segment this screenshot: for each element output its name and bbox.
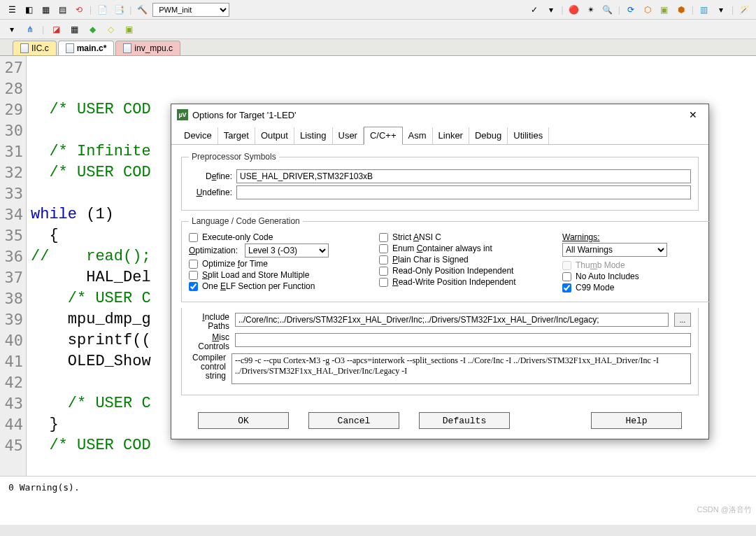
toolbar-btn[interactable]: ☰: [6, 3, 18, 16]
misc-input[interactable]: [235, 333, 691, 347]
tab-target[interactable]: Target: [218, 127, 255, 144]
optimization-label: Optimization:: [189, 246, 238, 255]
wand-icon[interactable]: 🪄: [738, 3, 750, 16]
ok-button[interactable]: OK: [198, 412, 289, 429]
secondary-toolbar: ▾ ⋔ | ◪ ▦ ◆ ◇ ▣: [0, 20, 756, 39]
close-icon[interactable]: ✕: [683, 107, 703, 122]
toolbar-btn[interactable]: 📑: [113, 3, 125, 16]
toolbar-btn[interactable]: ✴: [585, 3, 597, 16]
toolbar-btn[interactable]: ▾: [6, 23, 18, 36]
toolbar-btn[interactable]: ✓: [528, 3, 541, 16]
toolbar-btn[interactable]: ▾: [545, 3, 557, 16]
undefine-input[interactable]: [236, 185, 691, 199]
file-tab-main[interactable]: main.c*: [58, 41, 115, 55]
browse-button[interactable]: ...: [674, 313, 691, 327]
file-tab-iic[interactable]: IIC.c: [13, 41, 57, 55]
compiler-string-display: [231, 353, 691, 384]
include-paths-label: IncludePaths: [189, 313, 229, 331]
no-auto-check[interactable]: No Auto Includes: [562, 271, 702, 282]
cancel-button[interactable]: Cancel: [308, 412, 399, 429]
toolbar-btn[interactable]: ⟲: [73, 3, 85, 16]
toolbar-btn[interactable]: ▾: [715, 3, 727, 16]
file-icon: [66, 43, 74, 53]
toolbar-btn[interactable]: ⬡: [641, 3, 654, 16]
exec-only-check[interactable]: Execute-only Code: [189, 232, 371, 243]
toolbar-btn[interactable]: 🔴: [568, 3, 580, 16]
file-icon: [20, 43, 29, 53]
keil-icon: µV: [177, 109, 188, 120]
define-input[interactable]: [236, 169, 691, 183]
warnings-select[interactable]: All Warnings: [562, 243, 667, 257]
tab-user[interactable]: User: [333, 127, 364, 144]
preprocessor-group: Preprocessor Symbols Define: Undefine:: [181, 152, 699, 211]
compiler-string-label: Compilercontrolstring: [189, 353, 226, 381]
toolbar-btn[interactable]: 📄: [96, 3, 108, 16]
toolbar-btn[interactable]: ⋔: [24, 23, 36, 36]
ro-pi-check[interactable]: Read-Only Position Independent: [379, 265, 554, 276]
watermark: CSDN @洛音竹: [697, 505, 752, 515]
options-dialog: µV Options for Target '1-LED' ✕ DeviceTa…: [171, 104, 709, 439]
opt-time-check[interactable]: Optimize for Time: [189, 258, 371, 269]
tab-asm[interactable]: Asm: [403, 127, 433, 144]
language-group: Language / Code Generation Execute-only …: [181, 216, 710, 302]
toolbar-btn[interactable]: ▣: [122, 23, 135, 36]
enum-check[interactable]: Enum Container always int: [379, 243, 554, 254]
include-paths-input[interactable]: [235, 313, 669, 327]
toolbar-btn[interactable]: ▤: [56, 3, 69, 16]
tab-linker[interactable]: Linker: [433, 127, 469, 144]
help-button[interactable]: Help: [591, 412, 682, 429]
define-label: Define:: [189, 171, 232, 181]
one-elf-check[interactable]: One ELF Section per Function: [189, 281, 371, 292]
tab-output[interactable]: Output: [255, 127, 294, 144]
find-icon[interactable]: 🔍: [601, 3, 614, 16]
toolbar-btn[interactable]: ▦: [39, 3, 52, 16]
toolbar-btn[interactable]: ▥: [698, 3, 711, 16]
optimization-select[interactable]: Level 3 (-O3): [245, 244, 329, 258]
build-output: 0 Warning(s).: [0, 476, 756, 525]
defaults-button[interactable]: Defaults: [419, 412, 510, 429]
line-gutter: 27 28 29 30 31 32 33 34 35 36 37 38 39 4…: [0, 56, 27, 476]
file-tab-invmpu[interactable]: inv_mpu.c: [115, 41, 180, 55]
dialog-title: Options for Target '1-LED': [192, 110, 297, 120]
toolbar-btn[interactable]: ◇: [104, 23, 117, 36]
warnings-label: Warnings:: [562, 232, 600, 242]
toolbar-btn[interactable]: ◪: [50, 23, 62, 36]
file-icon: [123, 43, 131, 53]
main-toolbar: ☰ ◧ ▦ ▤ ⟲ | 📄 📑 | 🔨 PWM_init ✓ ▾ | 🔴 ✴ 🔍…: [0, 0, 756, 20]
tab-debug[interactable]: Debug: [469, 127, 508, 144]
tab-device[interactable]: Device: [178, 127, 218, 144]
dialog-titlebar[interactable]: µV Options for Target '1-LED' ✕: [171, 104, 708, 125]
misc-label: MiscControls: [189, 333, 229, 351]
toolbar-btn[interactable]: ▣: [658, 3, 671, 16]
c99-check[interactable]: C99 Mode: [562, 282, 702, 293]
dialog-tabs: DeviceTargetOutputListingUserC/C++AsmLin…: [171, 127, 708, 145]
split-load-check[interactable]: Split Load and Store Multiple: [189, 269, 371, 281]
toolbar-btn[interactable]: ⟳: [625, 3, 637, 16]
rw-pi-check[interactable]: Read-Write Position Independent: [379, 276, 554, 288]
thumb-check: Thumb Mode: [562, 260, 702, 271]
tab-utilities[interactable]: Utilities: [508, 127, 549, 144]
file-tabs-row: IIC.c main.c* inv_mpu.c: [0, 39, 756, 56]
tab-cc[interactable]: C/C++: [364, 127, 403, 145]
toolbar-btn[interactable]: ▦: [68, 23, 80, 36]
tab-listing[interactable]: Listing: [294, 127, 333, 144]
undefine-label: Undefine:: [189, 188, 232, 197]
toolbar-btn[interactable]: ⬢: [675, 3, 687, 16]
toolbar-btn[interactable]: ◧: [22, 3, 35, 16]
target-select[interactable]: PWM_init: [152, 3, 229, 17]
toolbar-btn[interactable]: ◆: [86, 23, 99, 36]
toolbar-btn[interactable]: 🔨: [136, 3, 148, 16]
strict-ansi-check[interactable]: Strict ANSI C: [379, 232, 554, 243]
status-text: 0 Warning(s).: [8, 482, 80, 493]
plain-char-check[interactable]: Plain Char is Signed: [379, 254, 554, 265]
